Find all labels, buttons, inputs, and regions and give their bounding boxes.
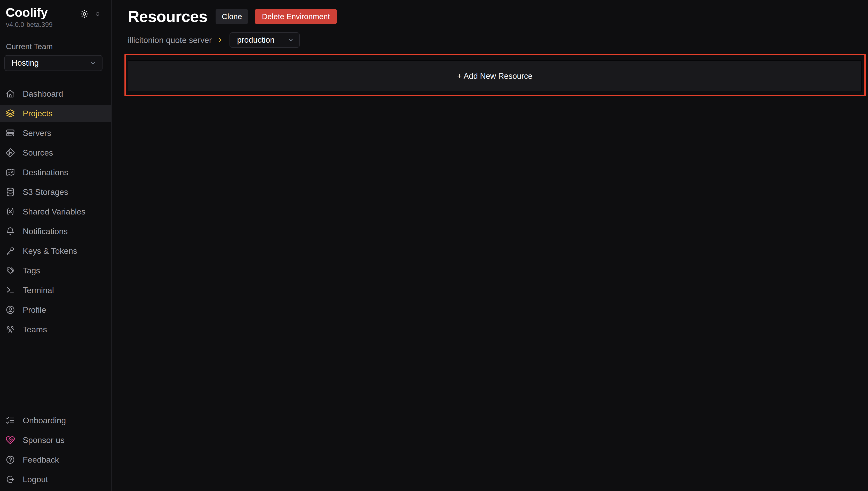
sidebar-item-onboarding[interactable]: Onboarding — [0, 412, 111, 429]
delete-environment-button[interactable]: Delete Environment — [255, 9, 337, 24]
database-icon — [5, 187, 15, 197]
users-group-icon — [5, 324, 15, 335]
sidebar-bottom-nav: Onboarding Sponsor us Feedback Logout — [0, 412, 111, 490]
heart-handshake-icon — [5, 435, 15, 445]
server-bolt-icon — [5, 128, 15, 138]
chevron-down-icon — [287, 36, 294, 44]
sidebar-item-sources[interactable]: Sources — [0, 144, 111, 161]
main-content: Resources Clone Delete Environment illic… — [112, 0, 868, 491]
git-diamond-icon — [5, 148, 15, 157]
breadcrumb: illicitonion quote server production — [128, 32, 862, 48]
sidebar-item-s3-storages[interactable]: S3 Storages — [0, 183, 111, 201]
current-team-label: Current Team — [6, 42, 111, 51]
add-new-resource-button[interactable]: + Add New Resource — [128, 60, 862, 92]
sidebar: Coolify v4.0.0-beta.399 Current Team Hos… — [0, 0, 112, 491]
breadcrumb-project-link[interactable]: illicitonion quote server — [128, 35, 212, 45]
home-icon — [5, 89, 15, 99]
map-x-icon — [5, 168, 15, 177]
sidebar-item-projects[interactable]: Projects — [0, 105, 111, 122]
sidebar-item-keys-tokens[interactable]: Keys & Tokens — [0, 242, 111, 259]
terminal-icon — [5, 285, 15, 295]
sidebar-item-sponsor-us[interactable]: Sponsor us — [0, 432, 111, 449]
key-icon — [5, 246, 15, 256]
sidebar-item-feedback[interactable]: Feedback — [0, 451, 111, 468]
sidebar-item-servers[interactable]: Servers — [0, 124, 111, 142]
sidebar-item-profile[interactable]: Profile — [0, 301, 111, 318]
sidebar-item-notifications[interactable]: Notifications — [0, 223, 111, 240]
sidebar-item-destinations[interactable]: Destinations — [0, 164, 111, 181]
theme-toggle-sun-icon[interactable] — [80, 9, 89, 19]
sidebar-item-teams[interactable]: Teams — [0, 321, 111, 338]
sidebar-item-logout[interactable]: Logout — [0, 471, 111, 488]
tags-icon — [5, 266, 15, 276]
app-version: v4.0.0-beta.399 — [6, 21, 111, 29]
sidebar-item-shared-variables[interactable]: Shared Variables — [0, 203, 111, 220]
environment-select[interactable]: production — [229, 32, 300, 48]
help-circle-icon — [5, 455, 15, 465]
user-circle-icon — [5, 305, 15, 315]
list-checks-icon — [5, 415, 15, 425]
variables-icon — [5, 207, 15, 216]
sidebar-item-tags[interactable]: Tags — [0, 262, 111, 279]
team-select-value: Hosting — [11, 58, 39, 68]
page-title: Resources — [128, 7, 207, 26]
clone-button[interactable]: Clone — [216, 9, 248, 24]
sidebar-nav: Dashboard Projects Servers Sources Desti… — [0, 85, 111, 341]
team-select[interactable]: Hosting — [4, 55, 102, 71]
app-logo[interactable]: Coolify — [6, 5, 48, 20]
chevron-down-icon — [89, 59, 97, 67]
environment-select-value: production — [237, 35, 275, 45]
version-switcher-chevrons-icon[interactable] — [94, 10, 101, 18]
sidebar-item-dashboard[interactable]: Dashboard — [0, 85, 111, 102]
bell-icon — [5, 226, 15, 236]
layers-icon — [5, 109, 15, 118]
breadcrumb-chevron-right-icon — [216, 36, 224, 44]
logout-icon — [5, 474, 15, 484]
sidebar-item-terminal[interactable]: Terminal — [0, 282, 111, 299]
